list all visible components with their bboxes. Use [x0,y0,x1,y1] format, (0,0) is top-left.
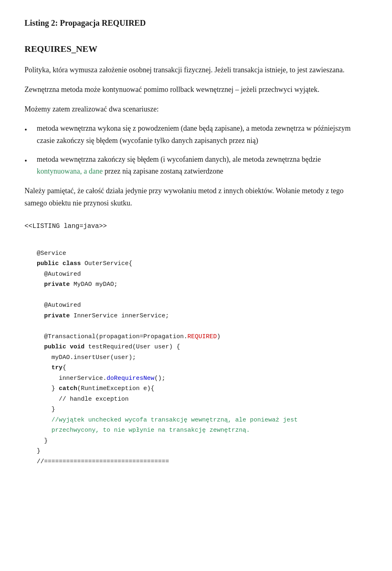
bullet2-part1: metoda wewnętrzna zakończy się błędem (i… [37,155,321,163]
code-public-class: public class OuterService{ [37,260,132,267]
code-catch: } catch(RuntimeException e){ [51,385,154,392]
code-catch-close: } [51,406,55,413]
paragraph-1: Polityka, która wymusza założenie osobne… [24,64,368,76]
bullet-dot-1 [24,124,33,136]
code-mydao-insert: myDAO.insertUser(user); [51,354,136,361]
code-private1: private MyDAO myDAO; [44,281,118,288]
page-title: Listing 2: Propagacja REQUIRED [24,16,368,29]
paragraph-4: Należy pamiętać, że całość działa jedyni… [24,185,368,209]
code-transactional: @Transactional(propagation=Propagation.R… [44,333,220,340]
code-block: @Service public class OuterService{ @Aut… [24,240,368,475]
list-item-2-text: metoda wewnętrzna zakończy się błędem (i… [37,154,368,178]
code-inner-call: innerService.doRequiresNew(); [59,375,165,382]
bullet2-part2: przez nią zapisane zostaną zatwierdzone [102,167,223,175]
section-heading: REQUIRES_NEW [24,42,368,56]
list-item-2: metoda wewnętrzna zakończy się błędem (i… [24,154,368,178]
paragraph-3-intro: Możemy zatem zrealizować dwa scenariusze… [24,103,368,116]
code-autowired1: @Autowired [44,271,81,278]
listing-tag: <<LISTING lang=java>> [24,221,368,232]
code-service-annotation: @Service [37,250,66,257]
bullet-list: metoda wewnętrzna wykona się z powodzeni… [24,123,368,178]
list-item-1-text: metoda wewnętrzna wykona się z powodzeni… [37,123,368,147]
code-private2: private InnerService innerService; [44,312,169,319]
code-comment-green: //wyjątek unchecked wycofa transakcję we… [37,417,298,434]
code-try: try{ [51,364,66,371]
code-outer-close2: } [37,448,40,455]
list-item-1: metoda wewnętrzna wykona się z powodzeni… [24,123,368,147]
code-outer-close1: } [44,437,48,444]
code-method-sig: public void testRequired(User user) { [44,343,180,350]
code-handle-comment: // handle exception [59,396,129,403]
code-separator: //================================== [37,458,169,465]
paragraph-2: Zewnętrzna metoda może kontynuować pomim… [24,84,368,96]
code-autowired2: @Autowired [44,302,81,309]
bullet2-highlight: kontynuowana, a dane [37,167,102,175]
bullet-dot-2 [24,155,33,167]
